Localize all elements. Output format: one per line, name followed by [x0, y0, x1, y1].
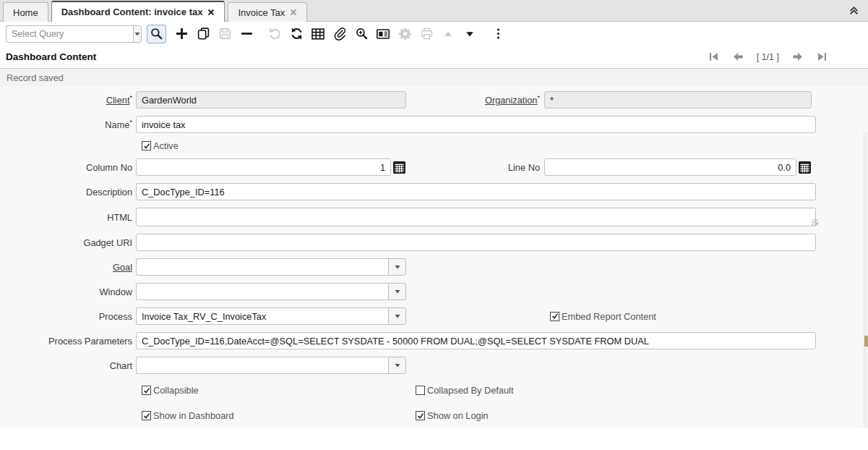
- vertical-scrollbar[interactable]: [864, 132, 868, 428]
- tab-invoice-tax-label: Invoice Tax: [238, 7, 285, 18]
- minus-icon: [240, 27, 254, 41]
- column-no-field[interactable]: [136, 158, 391, 176]
- refresh-button[interactable]: [289, 27, 304, 41]
- process-dropdown-button[interactable]: [388, 307, 406, 325]
- save-icon: [218, 27, 232, 41]
- report-icon: [376, 27, 390, 41]
- process-field[interactable]: [136, 307, 388, 325]
- paperclip-icon: [333, 27, 347, 41]
- embed-report-content-label: Embed Report Content: [562, 311, 656, 322]
- name-field[interactable]: [136, 116, 816, 133]
- goal-dropdown-button[interactable]: [388, 258, 406, 276]
- checkbox-icon[interactable]: [142, 411, 151, 420]
- html-field[interactable]: [136, 208, 816, 226]
- status-bar: Record saved: [0, 69, 868, 86]
- goal-field[interactable]: [136, 258, 388, 276]
- description-label: Description: [86, 187, 132, 198]
- tab-home[interactable]: Home: [3, 2, 48, 22]
- gear-icon: [398, 27, 412, 41]
- process-parameters-field[interactable]: [136, 332, 816, 349]
- find-button[interactable]: [147, 25, 166, 43]
- calculator-icon[interactable]: [798, 161, 812, 174]
- collapsible-label: Collapsible: [153, 385, 199, 396]
- goal-label[interactable]: Goal: [113, 262, 132, 273]
- collapse-header-icon[interactable]: [848, 5, 859, 16]
- zoom-across-button[interactable]: [354, 27, 369, 41]
- process-button: [398, 27, 412, 41]
- next-record-button[interactable]: [791, 51, 804, 63]
- show-in-dashboard-checkbox[interactable]: Show in Dashboard: [142, 410, 234, 421]
- toolbar: [0, 22, 868, 46]
- client-label[interactable]: Client: [106, 95, 130, 106]
- save-button: [218, 27, 232, 41]
- scrollbar-thumb[interactable]: [864, 336, 868, 347]
- chart-field[interactable]: [136, 357, 388, 374]
- collapsed-by-default-label: Collapsed By Default: [427, 385, 514, 396]
- record-indicator: [ 1/1 ]: [757, 52, 779, 62]
- previous-record-button[interactable]: [732, 51, 744, 63]
- window-field[interactable]: [136, 283, 388, 300]
- tab-dashboard-content-label: Dashboard Content: invoice tax: [61, 7, 203, 17]
- status-message: Record saved: [7, 72, 64, 83]
- grid-icon: [311, 27, 325, 41]
- report-button[interactable]: [376, 27, 390, 41]
- select-query-dropdown-button[interactable]: [133, 25, 142, 43]
- chart-label: Chart: [110, 360, 132, 371]
- undo-icon: [268, 27, 282, 41]
- tab-header: Dashboard Content [ 1/1 ]: [0, 46, 868, 69]
- organization-label[interactable]: Organization: [485, 95, 538, 106]
- chart-combobox: [136, 357, 406, 374]
- tab-home-label: Home: [13, 7, 38, 18]
- tab-invoice-tax[interactable]: Invoice Tax: [228, 2, 307, 22]
- goal-combobox: [136, 258, 406, 276]
- detail-record-button[interactable]: [463, 27, 477, 41]
- collapsible-checkbox[interactable]: Collapsible: [142, 385, 199, 396]
- plus-icon: [175, 27, 189, 41]
- close-icon[interactable]: [207, 9, 215, 16]
- window-combobox: [136, 283, 406, 300]
- page-title: Dashboard Content: [6, 51, 96, 62]
- client-field[interactable]: [136, 91, 406, 109]
- show-on-login-checkbox[interactable]: Show on Login: [416, 410, 489, 421]
- last-record-button[interactable]: [816, 51, 828, 63]
- checkbox-icon[interactable]: [142, 141, 151, 150]
- copy-icon: [197, 27, 210, 41]
- chart-dropdown-button[interactable]: [388, 357, 406, 374]
- checkbox-icon[interactable]: [142, 386, 151, 395]
- column-no-label: Column No: [86, 162, 132, 173]
- delete-record-button[interactable]: [239, 27, 254, 41]
- checkbox-icon[interactable]: [416, 386, 425, 395]
- gadget-uri-label: Gadget URI: [83, 237, 132, 248]
- printer-icon: [420, 27, 434, 41]
- window-tab-bar: Home Dashboard Content: invoice tax Invo…: [0, 0, 868, 22]
- more-options-button[interactable]: [491, 27, 505, 41]
- kebab-icon: [492, 27, 504, 40]
- close-icon[interactable]: [290, 9, 297, 16]
- attachment-button[interactable]: [332, 27, 347, 41]
- first-record-button[interactable]: [708, 51, 720, 63]
- active-checkbox[interactable]: Active: [142, 140, 179, 151]
- process-combobox: [136, 307, 406, 325]
- organization-field[interactable]: [544, 91, 812, 109]
- zoom-plus-icon: [355, 27, 369, 41]
- checkbox-icon[interactable]: [416, 411, 425, 420]
- calculator-icon[interactable]: [392, 161, 406, 174]
- line-no-field[interactable]: [544, 158, 796, 176]
- record-navigation: [ 1/1 ]: [708, 51, 828, 63]
- select-query-input[interactable]: [6, 25, 133, 43]
- tab-dashboard-content[interactable]: Dashboard Content: invoice tax: [51, 1, 225, 22]
- checkbox-icon[interactable]: [550, 312, 559, 321]
- window-dropdown-button[interactable]: [388, 283, 406, 300]
- textarea-resize-handle[interactable]: [812, 219, 818, 226]
- name-label: Name: [105, 119, 129, 130]
- parent-record-button: [441, 27, 455, 41]
- copy-record-button[interactable]: [196, 27, 210, 41]
- show-in-dashboard-label: Show in Dashboard: [153, 410, 234, 421]
- embed-report-content-checkbox[interactable]: Embed Report Content: [550, 311, 656, 322]
- gadget-uri-field[interactable]: [136, 234, 816, 251]
- description-field[interactable]: [136, 183, 816, 200]
- collapsed-by-default-checkbox[interactable]: Collapsed By Default: [416, 385, 514, 396]
- grid-toggle-button[interactable]: [311, 27, 325, 41]
- new-record-button[interactable]: [174, 27, 189, 41]
- caret-down-icon: [464, 28, 476, 40]
